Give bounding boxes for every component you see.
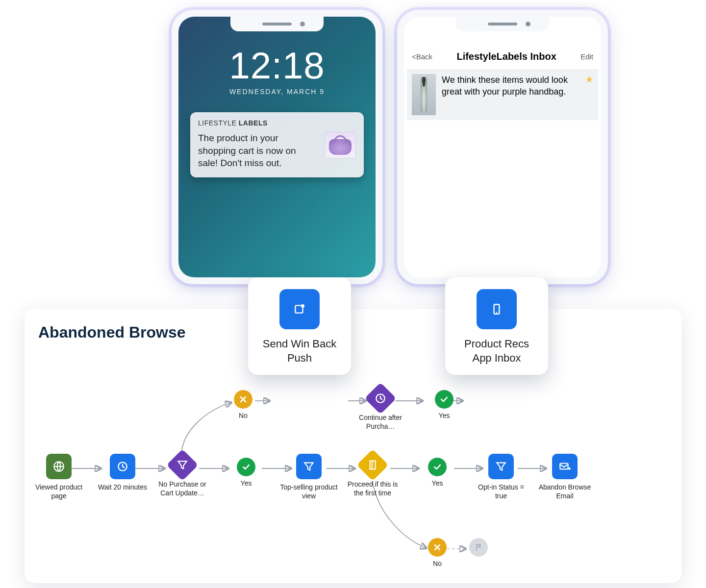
inbox-item-text: We think these items would look great wi…	[442, 74, 593, 98]
journey-card-inbox[interactable]: Product Recs App Inbox	[445, 277, 548, 375]
svg-point-3	[496, 312, 498, 313]
node-end	[449, 538, 508, 560]
lockscreen-date: WEDNESDAY, MARCH 9	[178, 88, 376, 96]
journey-card-push[interactable]: Send Win Back Push	[248, 277, 351, 375]
push-brand: LIFESTYLE LABELS	[198, 119, 356, 127]
flag-icon	[469, 538, 488, 557]
node-viewed-product[interactable]: Viewed product page	[29, 454, 88, 500]
node-top-selling[interactable]: Top-selling product view	[279, 454, 338, 500]
phone-mockups: 12:18 WEDNESDAY, MARCH 9 LIFESTYLE LABEL…	[25, 10, 681, 289]
edit-button[interactable]: Edit	[580, 52, 593, 61]
push-brand-thin: LIFESTYLE	[198, 119, 239, 127]
node-yes-top[interactable]: Yes	[415, 390, 474, 420]
clock-icon	[364, 382, 396, 414]
email-send-icon	[552, 454, 578, 479]
filter-icon	[488, 454, 514, 479]
cancel-icon	[428, 538, 447, 557]
node-yes-mid[interactable]: Yes	[217, 458, 276, 488]
svg-rect-8	[560, 464, 568, 469]
push-send-icon	[279, 289, 320, 329]
flow-connectors	[25, 309, 681, 583]
journey-card-label: Product Recs App Inbox	[454, 337, 539, 365]
door-icon	[356, 449, 388, 481]
cancel-icon	[234, 390, 252, 409]
node-first-time[interactable]: Proceed if this is the first time	[343, 454, 402, 497]
node-yes-mid2[interactable]: Yes	[408, 458, 467, 488]
node-continue-purchase[interactable]: Continue after Purcha…	[351, 387, 410, 431]
journey-panel: Abandoned Browse	[25, 309, 681, 583]
check-icon	[428, 458, 447, 476]
app-inbox-icon	[477, 289, 517, 329]
inbox-item[interactable]: We think these items would look great wi…	[407, 69, 598, 120]
push-brand-bold: LABELS	[239, 119, 268, 127]
phone-notch	[456, 17, 549, 31]
back-button[interactable]: <Back	[412, 52, 432, 61]
inbox-title: LifestyleLabels Inbox	[456, 51, 556, 62]
svg-point-1	[301, 304, 304, 308]
lockscreen-time: 12:18	[178, 44, 376, 87]
phone-lockscreen: 12:18 WEDNESDAY, MARCH 9 LIFESTYLE LABEL…	[172, 10, 382, 284]
node-optin[interactable]: Opt-in Status = true	[472, 454, 530, 500]
check-icon	[237, 458, 255, 476]
phone-inbox: <Back LifestyleLabels Inbox Edit We thin…	[397, 10, 608, 284]
filter-icon	[166, 449, 198, 481]
node-wait[interactable]: Wait 20 minutes	[93, 454, 152, 492]
push-product-image	[325, 132, 356, 158]
check-icon	[435, 390, 454, 409]
globe-icon	[46, 454, 72, 479]
push-body: The product in your shopping cart is now…	[198, 132, 318, 170]
journey-card-label: Send Win Back Push	[257, 337, 342, 365]
inbox-thumb	[412, 74, 436, 115]
node-no-top[interactable]: No	[214, 390, 273, 420]
node-email[interactable]: Abandon Browse Email	[535, 454, 594, 500]
push-notification[interactable]: LIFESTYLE LABELS The product in your sho…	[190, 112, 364, 177]
clock-icon	[110, 454, 135, 479]
panel-title: Abandoned Browse	[38, 323, 668, 342]
star-icon[interactable]: ★	[585, 74, 593, 85]
phone-notch	[230, 17, 324, 31]
node-no-purchase-filter[interactable]: No Purchase or Cart Update…	[153, 454, 212, 497]
filter-icon	[296, 454, 322, 479]
